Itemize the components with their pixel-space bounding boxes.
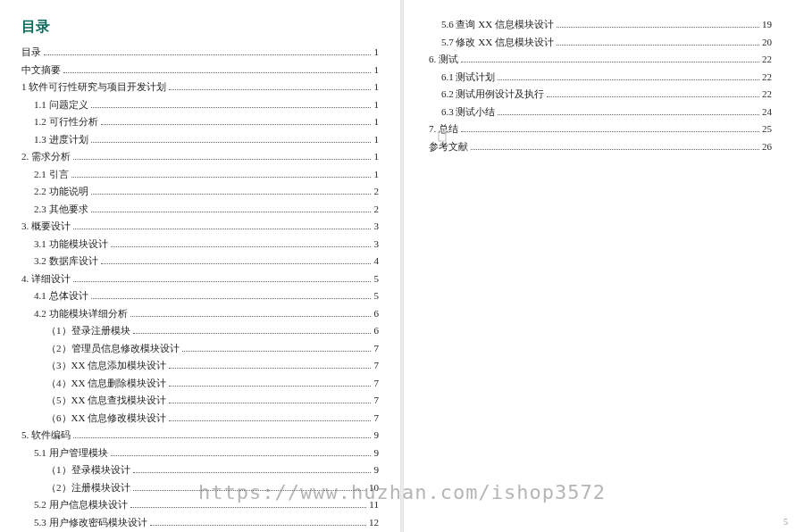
toc-leader-dots	[73, 281, 371, 282]
toc-leader-dots	[111, 455, 372, 456]
toc-entry-page: 7	[373, 412, 379, 423]
toc-leader-dots	[547, 96, 759, 97]
toc-entry[interactable]: 2.1 引言1	[21, 168, 379, 181]
toc-entry-page: 2	[373, 186, 379, 196]
toc-entry[interactable]: （2）注册模块设计10	[21, 481, 379, 495]
toc-leader-dots	[169, 368, 371, 369]
toc-entry[interactable]: 2.3 其他要求2	[21, 203, 379, 216]
toc-entry[interactable]: 3. 概要设计3	[21, 220, 379, 233]
toc-entry-label: 5.1 用户管理模块	[34, 446, 108, 460]
toc-entry-label: 1 软件可行性研究与项目开发计划	[21, 80, 166, 94]
toc-leader-dots	[498, 79, 759, 80]
toc-entry-page: 20	[762, 37, 772, 47]
toc-entry[interactable]: （3）XX 信息添加模块设计7	[21, 359, 379, 372]
toc-leader-dots	[471, 149, 759, 150]
toc-entry-label: 2. 需求分析	[21, 150, 71, 163]
toc-list-left: 目录1中文摘要11 软件可行性研究与项目开发计划11.1 问题定义11.2 可行…	[21, 46, 379, 532]
toc-entry-page: 1	[373, 99, 379, 110]
toc-leader-dots	[44, 54, 371, 55]
toc-leader-dots	[63, 72, 371, 73]
toc-entry-label: （4）XX 信息删除模块设计	[46, 377, 166, 390]
toc-entry[interactable]: （6）XX 信息修改模块设计7	[21, 411, 379, 425]
toc-entry-label: 目录	[21, 46, 41, 59]
toc-leader-dots	[182, 351, 372, 352]
toc-entry-label: （2）注册模块设计	[46, 481, 130, 495]
toc-entry-page: 1	[373, 81, 379, 92]
toc-entry[interactable]: 参考文献26	[429, 140, 772, 154]
toc-entry[interactable]: 6.1 测试计划22	[429, 71, 772, 84]
toc-entry-page: 19	[762, 19, 772, 29]
toc-entry[interactable]: 6.3 测试小结24	[429, 105, 772, 119]
toc-entry[interactable]: 中文摘要1	[21, 63, 379, 77]
toc-leader-dots	[461, 131, 759, 132]
toc-entry[interactable]: 1.3 进度计划1	[21, 133, 379, 146]
toc-entry-page: 9	[373, 429, 379, 440]
toc-leader-dots	[169, 89, 371, 90]
toc-entry[interactable]: 4. 详细设计5	[21, 272, 379, 286]
toc-entry[interactable]: 1.1 问题定义1	[21, 98, 379, 112]
toc-entry[interactable]: 5.1 用户管理模块9	[21, 446, 379, 460]
toc-entry[interactable]: （2）管理员信息修改模块设计7	[21, 342, 379, 355]
toc-entry-page: 1	[373, 151, 379, 162]
toc-entry-label: 1.2 可行性分析	[34, 115, 98, 129]
toc-entry-page: 22	[762, 88, 772, 99]
toc-entry-page: 1	[373, 46, 379, 57]
toc-entry-label: 1.3 进度计划	[34, 133, 88, 146]
toc-leader-dots	[91, 298, 372, 299]
page-number-footer: 5	[783, 517, 788, 527]
toc-entry[interactable]: （1）登录注册模块6	[21, 324, 379, 337]
toc-leader-dots	[557, 45, 759, 46]
toc-entry[interactable]: 5.7 修改 XX 信息模块设计20	[429, 36, 772, 49]
toc-entry[interactable]: 4.1 总体设计5	[21, 289, 379, 303]
toc-leader-dots	[133, 333, 372, 334]
toc-leader-dots	[91, 107, 372, 108]
toc-entry[interactable]: （1）登录模块设计9	[21, 463, 379, 477]
toc-entry-label: （2）管理员信息修改模块设计	[46, 342, 180, 355]
toc-entry[interactable]: 2.2 功能说明2	[21, 185, 379, 198]
toc-leader-dots	[101, 124, 372, 125]
toc-entry[interactable]: 7. 总结25	[429, 122, 772, 136]
toc-entry[interactable]: 5.2 用户信息模块设计11	[21, 498, 379, 511]
toc-entry[interactable]: 1 软件可行性研究与项目开发计划1	[21, 80, 379, 94]
toc-entry[interactable]: 3.2 数据库设计4	[21, 254, 379, 268]
toc-entry-label: 2.2 功能说明	[34, 185, 88, 198]
toc-entry[interactable]: 5.3 用户修改密码模块设计12	[21, 516, 379, 529]
toc-entry[interactable]: 目录1	[21, 46, 379, 59]
toc-entry[interactable]: （5）XX 信息查找模块设计7	[21, 394, 379, 407]
toc-entry-label: 3.1 功能模块设计	[34, 237, 108, 251]
toc-entry[interactable]: 4.2 功能模块详细分析6	[21, 307, 379, 320]
toc-entry-page: 24	[762, 106, 772, 117]
toc-entry-page: 7	[373, 378, 379, 388]
toc-leader-dots	[73, 229, 371, 229]
toc-entry-label: 3.2 数据库设计	[34, 254, 98, 268]
toc-entry[interactable]: 6.2 测试用例设计及执行22	[429, 87, 772, 101]
toc-leader-dots	[111, 246, 372, 247]
toc-entry-label: 5.2 用户信息模块设计	[34, 498, 128, 511]
toc-entry-label: 5.6 查询 XX 信息模块设计	[441, 18, 554, 31]
toc-entry-page: 25	[762, 123, 772, 134]
toc-entry-page: 7	[373, 343, 379, 353]
toc-entry-page: 1	[373, 116, 379, 127]
toc-entry-page: 12	[369, 517, 379, 528]
toc-leader-dots	[498, 114, 759, 115]
toc-entry[interactable]: 2. 需求分析1	[21, 150, 379, 163]
toc-entry[interactable]: 1.2 可行性分析1	[21, 115, 379, 129]
toc-entry-page: 10	[369, 482, 379, 493]
toc-leader-dots	[169, 403, 371, 403]
toc-entry-page: 1	[373, 169, 379, 179]
toc-entry-label: 1.1 问题定义	[34, 98, 88, 112]
toc-entry-page: 2	[373, 204, 379, 214]
toc-entry[interactable]: 5. 软件编码9	[21, 428, 379, 442]
toc-entry-label: 6.1 测试计划	[441, 71, 496, 84]
toc-entry[interactable]: （4）XX 信息删除模块设计7	[21, 377, 379, 390]
toc-list-right: 5.6 查询 XX 信息模块设计195.7 修改 XX 信息模块设计206. 测…	[429, 18, 772, 154]
toc-entry[interactable]: 3.1 功能模块设计3	[21, 237, 379, 251]
toc-leader-dots	[169, 420, 371, 421]
toc-leader-dots	[169, 386, 371, 387]
toc-entry-page: 6	[373, 325, 379, 336]
toc-entry[interactable]: 5.6 查询 XX 信息模块设计19	[429, 18, 772, 31]
toc-leader-dots	[461, 62, 759, 62]
toc-title: 目录	[21, 18, 379, 37]
toc-entry[interactable]: 6. 测试22	[429, 53, 772, 66]
toc-entry-page: 3	[373, 238, 379, 249]
